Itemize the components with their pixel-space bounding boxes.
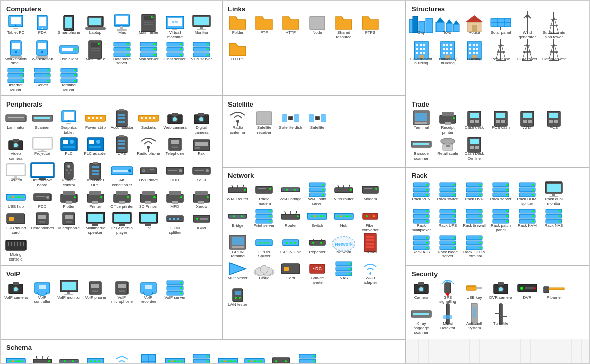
list-item[interactable]: Satellite	[305, 111, 329, 131]
list-item[interactable]: VoIP controller	[31, 280, 54, 305]
list-item[interactable]: VPN router	[332, 182, 355, 202]
list-item[interactable]: GPON Unit	[279, 235, 302, 255]
list-item[interactable]: Sockets	[137, 111, 160, 131]
list-item[interactable]: Headphones	[31, 211, 54, 231]
list-item[interactable]: Laminator	[4, 111, 28, 131]
list-item[interactable]: Cloud	[252, 261, 276, 281]
list-item[interactable]: Router	[279, 209, 302, 228]
list-item[interactable]: VoIP recorder	[137, 280, 160, 305]
list-item[interactable]: Bridge	[226, 209, 249, 228]
list-item[interactable]: DVD drive	[137, 163, 160, 183]
list-item[interactable]: UPS	[110, 137, 134, 157]
list-item[interactable]: Multimedia speaker	[84, 211, 107, 236]
list-item[interactable]: Rack multiplexer	[409, 209, 433, 233]
list-item[interactable]: Rack NAS	[542, 209, 566, 228]
list-item[interactable]: Rack patch panel	[489, 209, 512, 233]
list-item[interactable]: Shared resource	[332, 15, 355, 40]
list-item[interactable]: Rack GPON Terminal	[463, 235, 486, 259]
list-item[interactable]: Subtransmission tower	[542, 15, 566, 40]
list-item[interactable]: Microphone	[57, 211, 81, 231]
list-item[interactable]: Metal Detektor	[436, 306, 459, 331]
list-item[interactable]: Fiber converter	[358, 209, 382, 233]
list-item[interactable]: Radio phone	[137, 137, 160, 157]
list-item[interactable]: Rack server	[489, 182, 512, 202]
list-item[interactable]: Wi-Fi adapter	[358, 261, 382, 285]
list-item[interactable]: Scanner	[31, 111, 54, 131]
list-item[interactable]: Town	[436, 15, 459, 35]
list-item[interactable]: MFD	[163, 190, 187, 210]
list-item[interactable]: Rack switch	[436, 182, 459, 202]
list-item[interactable]: Rack DVR	[463, 182, 486, 202]
list-item[interactable]: Digital camera	[190, 111, 213, 135]
list-item[interactable]: FTP	[252, 15, 276, 35]
list-item[interactable]: Video camera	[4, 137, 28, 161]
list-item[interactable]: Wi-Fi print server	[305, 182, 329, 206]
list-item[interactable]: Workstation	[31, 42, 54, 62]
list-item[interactable]: Mail server	[137, 42, 160, 62]
list-item[interactable]: HTTPS	[226, 42, 249, 62]
list-item[interactable]: Wi-Fi Point	[110, 354, 134, 364]
list-item[interactable]: FTPS	[358, 15, 382, 35]
list-item[interactable]: Office printer	[110, 190, 134, 210]
list-item[interactable]: Repeater	[305, 235, 329, 255]
list-item[interactable]: ATM switch	[163, 354, 187, 364]
list-item[interactable]: Camera	[409, 280, 433, 300]
list-item[interactable]: Rack UPS	[436, 209, 459, 228]
list-item[interactable]: Server	[31, 68, 54, 88]
list-item[interactable]: ISDN switch	[243, 354, 266, 364]
list-item[interactable]: Hub	[332, 209, 355, 228]
list-item[interactable]: GPON Splitter	[252, 235, 276, 259]
list-item[interactable]: Xerox	[190, 190, 213, 210]
list-item[interactable]: Comm-tower	[542, 42, 566, 62]
list-item[interactable]: Satellite dish	[279, 111, 302, 131]
list-item[interactable]: Barcode scanner	[409, 137, 433, 161]
list-item[interactable]: Interactive board	[31, 163, 54, 188]
list-item[interactable]: Chat server	[163, 42, 187, 62]
list-item[interactable]: Radio antenna	[226, 111, 249, 135]
list-item[interactable]: TDM	[269, 354, 293, 364]
list-item[interactable]: Print server	[252, 209, 276, 228]
list-item[interactable]: X-ray baggage scanner	[409, 306, 433, 335]
list-item[interactable]: Switch	[305, 209, 329, 228]
list-item[interactable]: Plotter	[57, 190, 81, 210]
list-item[interactable]: Telephone	[163, 137, 187, 157]
list-item[interactable]: Web camera	[163, 111, 187, 131]
list-item[interactable]: Printer	[84, 190, 107, 210]
list-item[interactable]: Node	[305, 15, 329, 35]
list-item[interactable]: POS	[542, 111, 566, 131]
list-item[interactable]: Air conditioner	[110, 163, 134, 188]
list-item[interactable]: TV	[137, 211, 160, 231]
list-item[interactable]: Solar panel	[489, 15, 512, 35]
list-item[interactable]: Wi-Fi router	[226, 182, 249, 202]
list-item[interactable]: Workgroup switch	[4, 354, 28, 364]
list-item[interactable]: Multilayer switch	[216, 354, 240, 364]
list-item[interactable]: Thin client	[57, 42, 81, 62]
list-item[interactable]: USB sound card	[4, 211, 28, 236]
list-item[interactable]: IP barrier	[542, 280, 566, 300]
list-item[interactable]: Firewall	[358, 235, 382, 255]
list-item[interactable]: Rack KVM	[516, 209, 539, 228]
list-item[interactable]: Turnstile	[489, 306, 512, 326]
list-item[interactable]: GPS signalling	[436, 280, 459, 305]
list-item[interactable]: Cash desk	[463, 111, 486, 131]
list-item[interactable]: SSD	[190, 163, 213, 183]
list-item[interactable]: Laptop	[84, 15, 107, 35]
list-item[interactable]: Building	[463, 42, 486, 62]
list-item[interactable]: Mainframe	[84, 42, 107, 62]
list-item[interactable]: Modem	[358, 182, 382, 202]
list-item[interactable]: Anti-theft System	[463, 306, 486, 331]
list-item[interactable]: Graphics tablet	[57, 111, 81, 135]
list-item[interactable]: Cash Desk On-line	[463, 137, 486, 161]
list-item[interactable]: Wind generator	[516, 15, 539, 40]
list-item[interactable]: DVR camera	[489, 280, 512, 300]
list-item[interactable]: IPTV media player	[110, 211, 134, 236]
list-item[interactable]: Accumulator	[110, 111, 134, 131]
list-item[interactable]: GSM tower	[516, 42, 539, 62]
list-item[interactable]: Projector	[31, 137, 54, 157]
list-item[interactable]: University building	[436, 42, 459, 66]
list-item[interactable]: Rack dual monitor	[542, 182, 566, 206]
list-item[interactable]: VoIP phone	[84, 280, 107, 300]
list-item[interactable]: GPON Splitter	[84, 354, 107, 364]
list-item[interactable]: Access server	[296, 354, 319, 364]
list-item[interactable]: Wi-Fi bridge	[279, 182, 302, 202]
